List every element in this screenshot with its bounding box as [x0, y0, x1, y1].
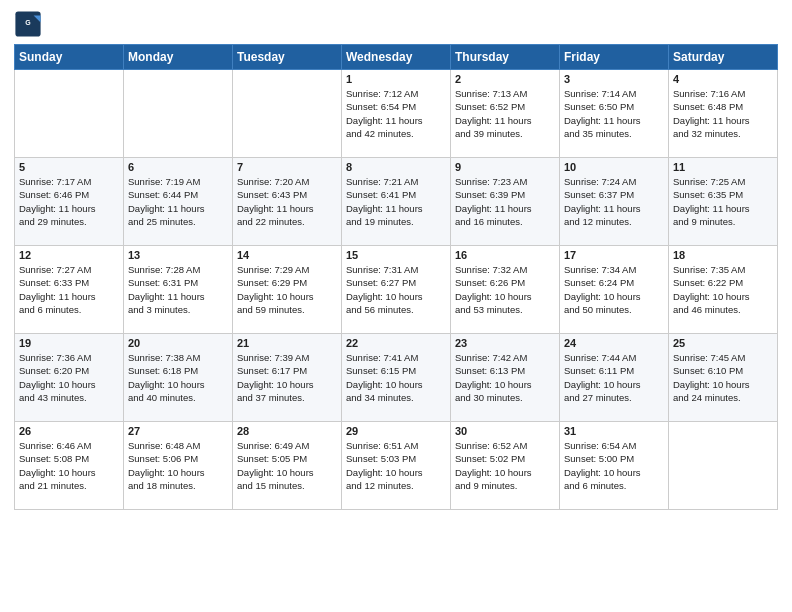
day-number: 16	[455, 249, 555, 261]
day-number: 4	[673, 73, 773, 85]
day-number: 22	[346, 337, 446, 349]
calendar-day-cell: 8Sunrise: 7:21 AMSunset: 6:41 PMDaylight…	[342, 158, 451, 246]
day-number: 6	[128, 161, 228, 173]
calendar-day-cell: 20Sunrise: 7:38 AMSunset: 6:18 PMDayligh…	[124, 334, 233, 422]
day-number: 24	[564, 337, 664, 349]
day-info: Sunrise: 7:34 AMSunset: 6:24 PMDaylight:…	[564, 263, 664, 316]
day-number: 28	[237, 425, 337, 437]
logo: G	[14, 10, 46, 38]
calendar-day-cell: 22Sunrise: 7:41 AMSunset: 6:15 PMDayligh…	[342, 334, 451, 422]
day-number: 20	[128, 337, 228, 349]
calendar-week-row: 1Sunrise: 7:12 AMSunset: 6:54 PMDaylight…	[15, 70, 778, 158]
day-info: Sunrise: 7:16 AMSunset: 6:48 PMDaylight:…	[673, 87, 773, 140]
calendar-day-cell: 5Sunrise: 7:17 AMSunset: 6:46 PMDaylight…	[15, 158, 124, 246]
day-info: Sunrise: 6:48 AMSunset: 5:06 PMDaylight:…	[128, 439, 228, 492]
calendar-day-cell: 6Sunrise: 7:19 AMSunset: 6:44 PMDaylight…	[124, 158, 233, 246]
day-number: 12	[19, 249, 119, 261]
calendar-day-cell	[669, 422, 778, 510]
day-number: 13	[128, 249, 228, 261]
day-info: Sunrise: 7:21 AMSunset: 6:41 PMDaylight:…	[346, 175, 446, 228]
weekday-header: Tuesday	[233, 45, 342, 70]
calendar-day-cell	[124, 70, 233, 158]
day-number: 26	[19, 425, 119, 437]
weekday-header: Thursday	[451, 45, 560, 70]
day-info: Sunrise: 7:23 AMSunset: 6:39 PMDaylight:…	[455, 175, 555, 228]
calendar-day-cell: 11Sunrise: 7:25 AMSunset: 6:35 PMDayligh…	[669, 158, 778, 246]
weekday-header: Sunday	[15, 45, 124, 70]
day-info: Sunrise: 7:45 AMSunset: 6:10 PMDaylight:…	[673, 351, 773, 404]
day-info: Sunrise: 7:13 AMSunset: 6:52 PMDaylight:…	[455, 87, 555, 140]
weekday-header: Monday	[124, 45, 233, 70]
day-info: Sunrise: 6:51 AMSunset: 5:03 PMDaylight:…	[346, 439, 446, 492]
calendar-day-cell: 4Sunrise: 7:16 AMSunset: 6:48 PMDaylight…	[669, 70, 778, 158]
day-info: Sunrise: 7:29 AMSunset: 6:29 PMDaylight:…	[237, 263, 337, 316]
calendar-day-cell: 13Sunrise: 7:28 AMSunset: 6:31 PMDayligh…	[124, 246, 233, 334]
day-number: 27	[128, 425, 228, 437]
calendar-day-cell: 31Sunrise: 6:54 AMSunset: 5:00 PMDayligh…	[560, 422, 669, 510]
weekday-header: Wednesday	[342, 45, 451, 70]
day-number: 10	[564, 161, 664, 173]
calendar-day-cell: 21Sunrise: 7:39 AMSunset: 6:17 PMDayligh…	[233, 334, 342, 422]
calendar-week-row: 12Sunrise: 7:27 AMSunset: 6:33 PMDayligh…	[15, 246, 778, 334]
logo-icon: G	[14, 10, 42, 38]
day-number: 5	[19, 161, 119, 173]
header: G	[14, 10, 778, 38]
calendar-day-cell: 24Sunrise: 7:44 AMSunset: 6:11 PMDayligh…	[560, 334, 669, 422]
day-number: 30	[455, 425, 555, 437]
day-number: 19	[19, 337, 119, 349]
day-number: 15	[346, 249, 446, 261]
calendar-day-cell: 25Sunrise: 7:45 AMSunset: 6:10 PMDayligh…	[669, 334, 778, 422]
day-number: 3	[564, 73, 664, 85]
calendar-week-row: 19Sunrise: 7:36 AMSunset: 6:20 PMDayligh…	[15, 334, 778, 422]
day-number: 11	[673, 161, 773, 173]
day-info: Sunrise: 6:52 AMSunset: 5:02 PMDaylight:…	[455, 439, 555, 492]
day-info: Sunrise: 7:41 AMSunset: 6:15 PMDaylight:…	[346, 351, 446, 404]
day-number: 1	[346, 73, 446, 85]
calendar-week-row: 26Sunrise: 6:46 AMSunset: 5:08 PMDayligh…	[15, 422, 778, 510]
day-info: Sunrise: 7:31 AMSunset: 6:27 PMDaylight:…	[346, 263, 446, 316]
day-info: Sunrise: 7:35 AMSunset: 6:22 PMDaylight:…	[673, 263, 773, 316]
day-number: 23	[455, 337, 555, 349]
day-number: 17	[564, 249, 664, 261]
day-info: Sunrise: 7:14 AMSunset: 6:50 PMDaylight:…	[564, 87, 664, 140]
calendar-table: SundayMondayTuesdayWednesdayThursdayFrid…	[14, 44, 778, 510]
calendar-day-cell: 9Sunrise: 7:23 AMSunset: 6:39 PMDaylight…	[451, 158, 560, 246]
calendar-day-cell: 28Sunrise: 6:49 AMSunset: 5:05 PMDayligh…	[233, 422, 342, 510]
day-info: Sunrise: 7:32 AMSunset: 6:26 PMDaylight:…	[455, 263, 555, 316]
day-info: Sunrise: 7:28 AMSunset: 6:31 PMDaylight:…	[128, 263, 228, 316]
day-number: 29	[346, 425, 446, 437]
calendar-day-cell: 17Sunrise: 7:34 AMSunset: 6:24 PMDayligh…	[560, 246, 669, 334]
calendar-day-cell: 3Sunrise: 7:14 AMSunset: 6:50 PMDaylight…	[560, 70, 669, 158]
day-info: Sunrise: 7:12 AMSunset: 6:54 PMDaylight:…	[346, 87, 446, 140]
day-number: 18	[673, 249, 773, 261]
page: G SundayMondayTuesdayWednesdayThursdayFr…	[0, 0, 792, 520]
calendar-day-cell: 27Sunrise: 6:48 AMSunset: 5:06 PMDayligh…	[124, 422, 233, 510]
day-info: Sunrise: 7:20 AMSunset: 6:43 PMDaylight:…	[237, 175, 337, 228]
day-info: Sunrise: 7:44 AMSunset: 6:11 PMDaylight:…	[564, 351, 664, 404]
calendar-week-row: 5Sunrise: 7:17 AMSunset: 6:46 PMDaylight…	[15, 158, 778, 246]
day-number: 25	[673, 337, 773, 349]
calendar-day-cell	[15, 70, 124, 158]
day-number: 9	[455, 161, 555, 173]
calendar-day-cell: 1Sunrise: 7:12 AMSunset: 6:54 PMDaylight…	[342, 70, 451, 158]
day-info: Sunrise: 7:38 AMSunset: 6:18 PMDaylight:…	[128, 351, 228, 404]
day-number: 21	[237, 337, 337, 349]
day-info: Sunrise: 7:27 AMSunset: 6:33 PMDaylight:…	[19, 263, 119, 316]
calendar-day-cell: 19Sunrise: 7:36 AMSunset: 6:20 PMDayligh…	[15, 334, 124, 422]
calendar-day-cell	[233, 70, 342, 158]
calendar-day-cell: 14Sunrise: 7:29 AMSunset: 6:29 PMDayligh…	[233, 246, 342, 334]
calendar-header-row: SundayMondayTuesdayWednesdayThursdayFrid…	[15, 45, 778, 70]
day-info: Sunrise: 6:49 AMSunset: 5:05 PMDaylight:…	[237, 439, 337, 492]
calendar-day-cell: 18Sunrise: 7:35 AMSunset: 6:22 PMDayligh…	[669, 246, 778, 334]
calendar-day-cell: 12Sunrise: 7:27 AMSunset: 6:33 PMDayligh…	[15, 246, 124, 334]
day-info: Sunrise: 7:17 AMSunset: 6:46 PMDaylight:…	[19, 175, 119, 228]
day-number: 8	[346, 161, 446, 173]
svg-text:G: G	[25, 19, 31, 26]
day-info: Sunrise: 7:39 AMSunset: 6:17 PMDaylight:…	[237, 351, 337, 404]
day-number: 31	[564, 425, 664, 437]
day-number: 7	[237, 161, 337, 173]
day-info: Sunrise: 6:46 AMSunset: 5:08 PMDaylight:…	[19, 439, 119, 492]
calendar-day-cell: 30Sunrise: 6:52 AMSunset: 5:02 PMDayligh…	[451, 422, 560, 510]
calendar-day-cell: 10Sunrise: 7:24 AMSunset: 6:37 PMDayligh…	[560, 158, 669, 246]
calendar-day-cell: 23Sunrise: 7:42 AMSunset: 6:13 PMDayligh…	[451, 334, 560, 422]
